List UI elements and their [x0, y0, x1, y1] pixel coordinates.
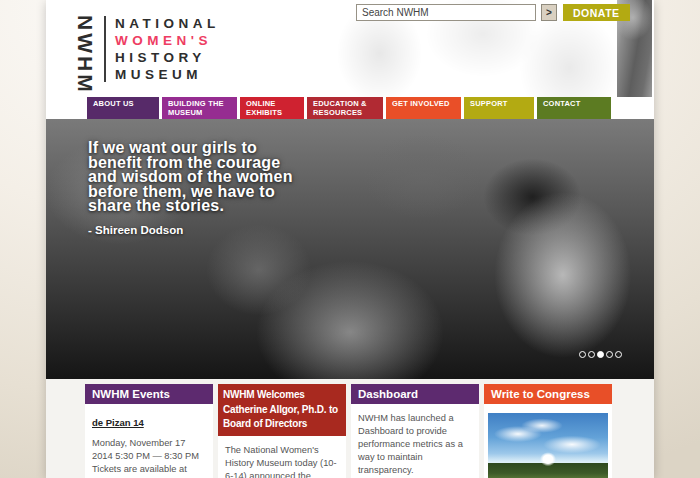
nav-tab-online-exhibits[interactable]: ONLINE EXHIBITS	[240, 97, 304, 119]
logo-wordmark: NATIONAL WOMEN'S HISTORY MUSEUM	[115, 15, 220, 83]
carousel-dot-active[interactable]	[597, 351, 604, 358]
donate-button[interactable]: DONATE	[563, 4, 630, 21]
panel-nwhm-events: NWHM Events de Pizan 14 Monday, November…	[85, 384, 213, 478]
hero-quote-attribution: - Shireen Dodson	[88, 224, 293, 236]
carousel-dots	[579, 351, 622, 358]
hero-carousel-slide: If we want our girls to benefit from the…	[46, 119, 654, 379]
nav-tab-education-resources[interactable]: EDUCATION & RESOURCES	[307, 97, 383, 119]
nwhm-vertical-logo[interactable]: NWHM	[75, 15, 95, 85]
search-row: > DONATE	[356, 4, 630, 21]
carousel-dot[interactable]	[606, 351, 613, 358]
nav-tab-contact[interactable]: CONTACT	[537, 97, 611, 119]
panel-body-news: The National Women's History Museum toda…	[218, 436, 346, 478]
logo-line-womens: WOMEN'S	[115, 32, 220, 49]
event-details-text: Monday, November 17 2014 5:30 PM — 8:30 …	[92, 437, 206, 478]
nav-tab-support[interactable]: SUPPORT	[464, 97, 534, 119]
panel-title-news: NWHM Welcomes Catherine Allgor, Ph.D. to…	[218, 384, 346, 436]
logo-line-museum: MUSEUM	[115, 66, 220, 83]
dashboard-body-text: NWHM has launched a Dashboard to provide…	[358, 412, 472, 477]
event-link-de-pizan[interactable]: de Pizan 14	[92, 417, 144, 428]
arrow-right-icon: >	[546, 7, 552, 18]
search-submit-button[interactable]: >	[541, 4, 557, 21]
panel-dashboard: Dashboard NWHM has launched a Dashboard …	[351, 384, 479, 478]
panel-title-events: NWHM Events	[85, 384, 213, 404]
site-header: NWHM NATIONAL WOMEN'S HISTORY MUSEUM > D…	[46, 0, 654, 97]
logo-divider	[104, 16, 106, 82]
nav-tab-about-us[interactable]: ABOUT US	[87, 97, 159, 119]
news-body-text: The National Women's History Museum toda…	[225, 444, 339, 478]
nav-tab-get-involved[interactable]: GET INVOLVED	[386, 97, 461, 119]
carousel-dot[interactable]	[579, 351, 586, 358]
site-container: NWHM NATIONAL WOMEN'S HISTORY MUSEUM > D…	[46, 0, 654, 478]
nav-tab-building-the-museum[interactable]: BUILDING THE MUSEUM	[162, 97, 237, 119]
bottom-panels-section: NWHM Events de Pizan 14 Monday, November…	[46, 379, 654, 478]
carousel-dot[interactable]	[615, 351, 622, 358]
logo-line-history: HISTORY	[115, 49, 220, 66]
panel-title-dashboard: Dashboard	[351, 384, 479, 404]
hero-quote: If we want our girls to benefit from the…	[88, 141, 293, 236]
panel-news-allgor: NWHM Welcomes Catherine Allgor, Ph.D. to…	[218, 384, 346, 478]
panel-write-to-congress: Write to Congress	[484, 384, 612, 478]
logo-line-national: NATIONAL	[115, 15, 220, 32]
capitol-national-mall-photo[interactable]	[488, 413, 608, 478]
panel-body-dashboard: NWHM has launched a Dashboard to provide…	[351, 404, 479, 478]
main-nav: ABOUT US BUILDING THE MUSEUM ONLINE EXHI…	[87, 97, 611, 119]
search-input[interactable]	[356, 4, 536, 21]
panel-body-events: de Pizan 14 Monday, November 17 2014 5:3…	[85, 404, 213, 478]
carousel-dot[interactable]	[588, 351, 595, 358]
panel-title-congress: Write to Congress	[484, 384, 612, 404]
hero-quote-line: share the stories.	[88, 199, 293, 214]
